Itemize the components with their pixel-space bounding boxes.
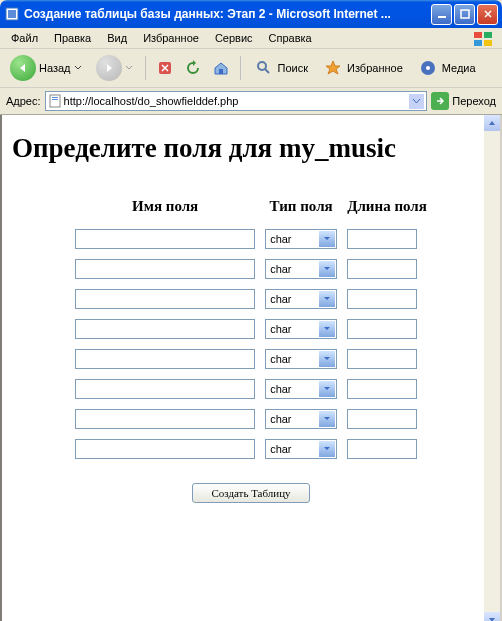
close-button[interactable] bbox=[477, 4, 498, 25]
table-row: char bbox=[75, 319, 427, 339]
create-table-button[interactable]: Создать Таблицу bbox=[192, 483, 309, 503]
go-icon bbox=[431, 92, 449, 110]
page-heading: Определите поля для my_music bbox=[12, 133, 490, 164]
svg-rect-12 bbox=[50, 95, 60, 107]
windows-flag-icon bbox=[472, 30, 496, 48]
field-name-input[interactable] bbox=[75, 409, 255, 429]
star-icon bbox=[322, 57, 344, 79]
col-header-type: Тип поля bbox=[265, 198, 337, 219]
table-row: char bbox=[75, 229, 427, 249]
maximize-button[interactable] bbox=[454, 4, 475, 25]
svg-rect-6 bbox=[484, 40, 492, 46]
chevron-down-icon bbox=[319, 351, 335, 367]
menu-favorites[interactable]: Избранное bbox=[136, 30, 206, 46]
favorites-button[interactable]: Избранное bbox=[318, 55, 407, 81]
field-length-input[interactable] bbox=[347, 409, 417, 429]
address-dropdown-icon[interactable] bbox=[409, 94, 424, 109]
chevron-down-icon bbox=[319, 411, 335, 427]
chevron-down-icon bbox=[319, 321, 335, 337]
field-name-input[interactable] bbox=[75, 259, 255, 279]
field-name-input[interactable] bbox=[75, 379, 255, 399]
svg-rect-2 bbox=[461, 10, 469, 18]
ie-icon bbox=[4, 6, 20, 22]
chevron-down-icon bbox=[319, 381, 335, 397]
menubar: Файл Правка Вид Избранное Сервис Справка bbox=[0, 28, 502, 49]
svg-point-11 bbox=[426, 66, 430, 70]
field-length-input[interactable] bbox=[347, 349, 417, 369]
content-area: Определите поля для my_music Имя поля Ти… bbox=[0, 115, 502, 621]
scroll-up-icon[interactable] bbox=[484, 115, 500, 131]
media-button[interactable]: Медиа bbox=[413, 55, 480, 81]
titlebar: Создание таблицы базы данных: Этап 2 - M… bbox=[0, 0, 502, 28]
minimize-button[interactable] bbox=[431, 4, 452, 25]
field-type-select[interactable]: char bbox=[265, 439, 337, 459]
field-type-select[interactable]: char bbox=[265, 319, 337, 339]
table-row: char bbox=[75, 439, 427, 459]
col-header-name: Имя поля bbox=[75, 198, 255, 219]
vertical-scrollbar[interactable] bbox=[484, 115, 500, 621]
address-bar: Адрес: Переход bbox=[0, 88, 502, 115]
svg-rect-14 bbox=[52, 99, 58, 100]
field-name-input[interactable] bbox=[75, 319, 255, 339]
field-length-input[interactable] bbox=[347, 379, 417, 399]
separator bbox=[240, 56, 241, 80]
svg-rect-8 bbox=[219, 69, 223, 74]
chevron-down-icon bbox=[319, 261, 335, 277]
field-type-select[interactable]: char bbox=[265, 409, 337, 429]
chevron-down-icon bbox=[125, 64, 133, 72]
menu-help[interactable]: Справка bbox=[262, 30, 319, 46]
field-length-input[interactable] bbox=[347, 259, 417, 279]
menu-tools[interactable]: Сервис bbox=[208, 30, 260, 46]
svg-rect-4 bbox=[484, 32, 492, 38]
address-input[interactable] bbox=[62, 95, 410, 107]
table-row: char bbox=[75, 349, 427, 369]
back-icon bbox=[10, 55, 36, 81]
field-length-input[interactable] bbox=[347, 439, 417, 459]
separator bbox=[145, 56, 146, 80]
field-type-select[interactable]: char bbox=[265, 379, 337, 399]
svg-point-9 bbox=[258, 62, 266, 70]
field-length-input[interactable] bbox=[347, 289, 417, 309]
field-name-input[interactable] bbox=[75, 439, 255, 459]
stop-icon[interactable] bbox=[154, 57, 176, 79]
field-length-input[interactable] bbox=[347, 229, 417, 249]
back-button[interactable]: Назад bbox=[6, 53, 86, 83]
svg-rect-3 bbox=[474, 32, 482, 38]
search-icon bbox=[253, 57, 275, 79]
table-row: char bbox=[75, 409, 427, 429]
field-name-input[interactable] bbox=[75, 229, 255, 249]
field-name-input[interactable] bbox=[75, 349, 255, 369]
chevron-down-icon bbox=[74, 64, 82, 72]
table-row: char bbox=[75, 259, 427, 279]
field-length-input[interactable] bbox=[347, 319, 417, 339]
menu-file[interactable]: Файл bbox=[4, 30, 45, 46]
field-type-select[interactable]: char bbox=[265, 229, 337, 249]
page-icon bbox=[48, 94, 62, 108]
field-name-input[interactable] bbox=[75, 289, 255, 309]
toolbar: Назад Поиск Избранное Медиа bbox=[0, 49, 502, 88]
chevron-down-icon bbox=[319, 231, 335, 247]
refresh-icon[interactable] bbox=[182, 57, 204, 79]
table-row: char bbox=[75, 379, 427, 399]
field-type-select[interactable]: char bbox=[265, 289, 337, 309]
forward-button[interactable] bbox=[92, 53, 137, 83]
svg-rect-1 bbox=[438, 16, 446, 18]
menu-edit[interactable]: Правка bbox=[47, 30, 98, 46]
search-button[interactable]: Поиск bbox=[249, 55, 312, 81]
address-input-wrap[interactable] bbox=[45, 91, 428, 111]
col-header-len: Длина поля bbox=[347, 198, 427, 219]
field-type-select[interactable]: char bbox=[265, 349, 337, 369]
forward-icon bbox=[96, 55, 122, 81]
media-icon bbox=[417, 57, 439, 79]
address-label: Адрес: bbox=[6, 95, 41, 107]
svg-rect-13 bbox=[52, 97, 58, 98]
field-form-table: Имя поля Тип поля Длина поля charcharcha… bbox=[65, 188, 437, 469]
home-icon[interactable] bbox=[210, 57, 232, 79]
go-button[interactable]: Переход bbox=[431, 92, 496, 110]
field-type-select[interactable]: char bbox=[265, 259, 337, 279]
chevron-down-icon bbox=[319, 291, 335, 307]
menu-view[interactable]: Вид bbox=[100, 30, 134, 46]
scroll-down-icon[interactable] bbox=[484, 612, 500, 621]
svg-rect-5 bbox=[474, 40, 482, 46]
window-title: Создание таблицы базы данных: Этап 2 - M… bbox=[24, 7, 431, 21]
